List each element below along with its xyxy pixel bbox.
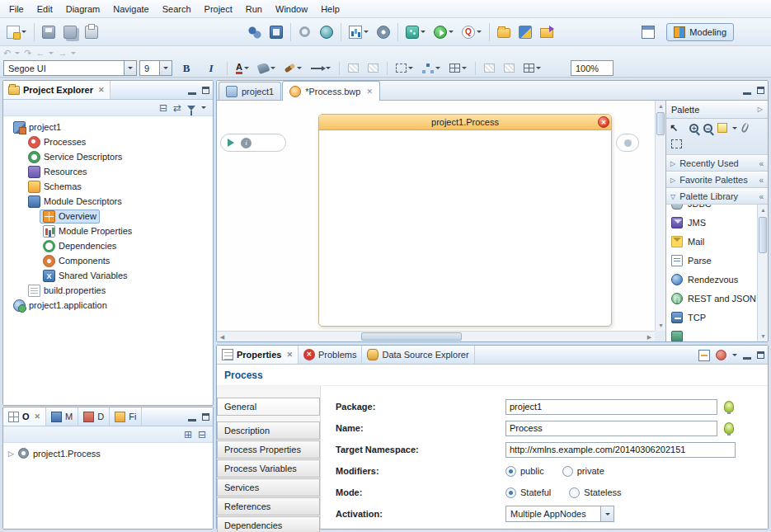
tree-item-processes[interactable]: Processes [3, 134, 213, 149]
new-application-button[interactable] [245, 21, 265, 43]
menu-navigate[interactable]: Navigate [106, 2, 155, 16]
tree-item-dependencies[interactable]: Dependencies [3, 238, 213, 253]
tree-item-service-descriptors[interactable]: Service Descriptors [3, 149, 213, 164]
palette-section-palette-library[interactable]: ▽ Palette Library « [666, 188, 768, 205]
tab-data-source-explorer[interactable]: Data Source Explorer [362, 346, 474, 364]
tree-item-shared-variables[interactable]: Shared Variables [3, 268, 213, 283]
select-tool-button[interactable] [393, 58, 416, 79]
process-start-pill[interactable]: i [220, 134, 286, 152]
pin-icon[interactable]: « [759, 192, 764, 201]
redo-button[interactable]: ↷ [24, 48, 31, 59]
info-icon[interactable]: i [241, 138, 252, 148]
mode-stateless-radio[interactable]: Stateless [569, 487, 621, 498]
back-button[interactable]: ← [35, 48, 45, 58]
palette-item-rest-json[interactable]: REST and JSON [666, 289, 757, 308]
tree-item-build-properties[interactable]: build.properties [3, 283, 213, 298]
activation-dropdown[interactable]: Multiple AppNodes [505, 506, 614, 522]
note-tool-icon[interactable] [717, 123, 727, 133]
close-icon[interactable]: ✕ [366, 87, 373, 96]
menu-search[interactable]: Search [156, 2, 198, 16]
vertical-scrollbar[interactable]: ▲ ▼ [655, 101, 665, 331]
marquee-tool-icon[interactable] [671, 139, 682, 148]
menu-diagram[interactable]: Diagram [59, 2, 107, 16]
pin-icon[interactable]: « [759, 176, 764, 185]
outline-item-process[interactable]: ▷ project1.Process [8, 448, 213, 459]
scroll-right-icon[interactable]: ▶ [644, 332, 655, 342]
modifier-public-radio[interactable]: public [505, 466, 544, 477]
zoom-in-icon[interactable]: + [689, 124, 698, 133]
open-perspective-button[interactable] [638, 21, 658, 43]
package-input[interactable] [505, 399, 717, 415]
forward-button[interactable]: → [58, 48, 67, 58]
palette-section-favorite-palettes[interactable]: ▷ Favorite Palettes « [666, 172, 768, 188]
menu-window[interactable]: Window [269, 2, 314, 16]
process-box[interactable]: project1.Process ✕ [318, 114, 612, 327]
palette-item-mail[interactable]: Mail [666, 232, 757, 251]
new-wizard-button[interactable] [3, 21, 30, 43]
scroll-down-icon[interactable]: ▼ [656, 320, 666, 331]
ungroup-button[interactable] [364, 58, 382, 79]
maximize-icon[interactable] [757, 351, 764, 359]
side-tab-general[interactable]: General [217, 398, 320, 416]
modifier-private-radio[interactable]: private [562, 466, 604, 477]
maximize-icon[interactable] [202, 413, 209, 421]
line-style-button[interactable] [308, 58, 334, 79]
tab-project-explorer[interactable]: Project Explorer ✕ [3, 81, 110, 99]
process-canvas[interactable]: project1.Process ✕ i [217, 101, 655, 331]
tab-problems[interactable]: Problems [299, 346, 362, 364]
horizontal-scrollbar[interactable]: ◀ ▶ [217, 331, 655, 341]
menu-edit[interactable]: Edit [31, 2, 59, 16]
side-tab-services[interactable]: Services [217, 478, 320, 497]
zoom-out-icon[interactable]: − [703, 124, 712, 133]
fill-color-button[interactable] [255, 58, 279, 79]
process-end-pill[interactable] [616, 134, 639, 152]
list-mode-icon[interactable]: ⊟ [198, 429, 206, 440]
side-tab-process-properties[interactable]: Process Properties [217, 440, 320, 459]
menu-run[interactable]: Run [239, 2, 269, 16]
tree-item-schemas[interactable]: Schemas [3, 179, 213, 194]
palette-item-tcp[interactable]: TCP [666, 308, 757, 327]
web-service-button[interactable] [317, 21, 336, 43]
run-button[interactable] [430, 21, 457, 43]
search-button[interactable] [515, 21, 535, 43]
scroll-up-icon[interactable]: ▲ [656, 101, 666, 111]
font-family-combo[interactable]: Segoe UI [3, 60, 137, 76]
close-icon[interactable]: ✕ [35, 412, 41, 421]
scroll-down-icon[interactable]: ▼ [758, 331, 769, 341]
tree-item-components[interactable]: Components [3, 253, 213, 268]
palette-item-jms[interactable]: JMS [666, 213, 757, 232]
font-size-combo[interactable]: 9 [139, 60, 172, 76]
align-button[interactable] [481, 58, 498, 79]
palette-item-partial[interactable] [666, 327, 757, 341]
view-menu-icon[interactable] [201, 106, 206, 109]
arrange-button[interactable] [419, 58, 444, 79]
save-all-button[interactable] [60, 21, 80, 43]
tab-outline[interactable]: O✕ [3, 407, 46, 426]
tab-properties[interactable]: Properties ✕ [217, 346, 299, 364]
group-button[interactable] [345, 58, 362, 79]
tab-d[interactable]: D [78, 407, 110, 426]
palette-item-rendezvous[interactable]: Rendezvous [666, 270, 757, 289]
expander-icon[interactable]: ▷ [8, 450, 14, 458]
filter-icon[interactable] [187, 106, 195, 111]
target-namespace-input[interactable] [505, 442, 736, 458]
minimize-icon[interactable] [188, 92, 196, 95]
name-input[interactable] [505, 421, 717, 436]
dropdown-button[interactable] [600, 506, 614, 521]
modeling-perspective-button[interactable]: Modeling [666, 23, 734, 41]
palette-item-parse[interactable]: Parse [666, 251, 757, 270]
chevron-down-icon[interactable] [732, 354, 737, 356]
palette-section-recently-used[interactable]: ▷ Recently Used « [666, 155, 768, 172]
debug-button[interactable] [402, 21, 429, 43]
tree-item-resources[interactable]: Resources [3, 164, 213, 179]
scroll-left-icon[interactable]: ◀ [217, 332, 228, 342]
close-icon[interactable]: ✕ [98, 86, 105, 94]
layout-button[interactable] [446, 58, 470, 79]
palette-scroll-thumb[interactable] [759, 217, 767, 253]
close-icon[interactable]: ✕ [286, 351, 293, 359]
import-button[interactable] [537, 21, 557, 43]
tree-item-project1[interactable]: project1 [3, 120, 213, 134]
attachment-icon[interactable] [740, 122, 750, 134]
profile-button[interactable] [458, 21, 485, 43]
new-diagram-button[interactable] [346, 21, 372, 43]
